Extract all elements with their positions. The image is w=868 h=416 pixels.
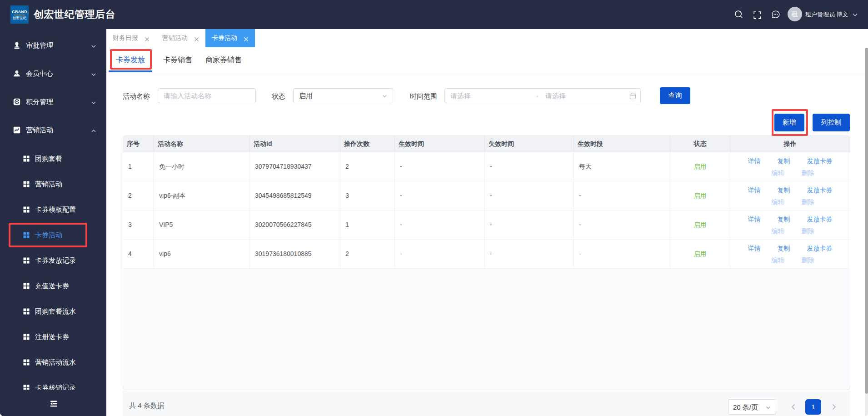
row-actions-line2: 编辑删除 — [736, 167, 850, 179]
column-header-3: 活动id — [250, 136, 340, 152]
action-link[interactable]: 复制 — [778, 213, 790, 225]
sidebar-item-2[interactable]: 会员中心 — [0, 60, 106, 88]
total-count: 共 4 条数据 — [129, 401, 164, 409]
row-actions: 详情复制发放卡券编辑删除 — [730, 211, 850, 240]
action-link[interactable]: 发放卡券 — [807, 213, 833, 225]
page-number-button[interactable]: 1 — [805, 399, 821, 415]
sidebar-subitem-4[interactable]: 卡券活动 — [0, 222, 106, 248]
action-link[interactable]: 详情 — [748, 184, 761, 196]
cell-序号: 4 — [123, 240, 154, 269]
activity-name-input[interactable] — [158, 88, 256, 103]
close-icon[interactable] — [145, 36, 150, 41]
user-name[interactable]: 租户管理员 博文 — [805, 11, 848, 18]
column-header-7: 生效时段 — [574, 136, 670, 152]
cell-生效时段: 每天 — [574, 152, 670, 181]
action-link[interactable]: 详情 — [748, 155, 761, 167]
page-size-select[interactable]: 20 条/页 — [728, 399, 776, 415]
action-link[interactable]: 编辑 — [772, 196, 784, 208]
sidebar-subitem-label: 营销活动流水 — [35, 358, 76, 367]
sidebar-item-4[interactable]: 营销活动 — [0, 116, 106, 144]
action-link[interactable]: 发放卡券 — [807, 155, 833, 167]
cell-活动名称: VIP5 — [154, 211, 250, 240]
sidebar-subitem-1[interactable]: 团购套餐 — [0, 146, 106, 171]
action-link[interactable]: 删除 — [802, 225, 814, 237]
message-icon[interactable] — [772, 10, 780, 19]
sidebar-subitem-5[interactable]: 卡券发放记录 — [0, 248, 106, 273]
sidebar-subitem-6[interactable]: 充值送卡券 — [0, 273, 106, 299]
chevron-down-icon — [765, 405, 771, 411]
action-link[interactable]: 复制 — [778, 155, 790, 167]
next-page-button[interactable] — [830, 399, 838, 415]
status-badge: 启用 — [670, 211, 730, 240]
status-select-value: 启用 — [299, 92, 313, 100]
action-link[interactable]: 编辑 — [772, 167, 784, 179]
action-link[interactable]: 删除 — [802, 167, 814, 179]
chevron-down-icon[interactable] — [852, 13, 858, 17]
action-link[interactable]: 删除 — [802, 254, 814, 266]
data-table: 序号活动名称活动id操作次数生效时间失效时间生效时段状态操作 1免一小时3079… — [123, 135, 850, 390]
cell-序号: 1 — [123, 152, 154, 181]
tab-label: 财务日报 — [113, 34, 138, 42]
grid-icon — [23, 257, 30, 264]
subtabs-bar: 卡券发放卡券销售商家券销售 — [106, 47, 868, 73]
table-footer: 共 4 条数据 20 条/页 1 — [123, 391, 850, 416]
date-range-picker[interactable]: 请选择 - 请选择 — [444, 88, 641, 103]
status-select[interactable]: 启用 — [293, 88, 393, 103]
sidebar-item-label: 营销活动 — [26, 126, 53, 135]
column-control-button[interactable]: 列控制 — [813, 114, 850, 131]
sidebar-subitem-8[interactable]: 注册送卡券 — [0, 324, 106, 350]
column-header-2: 活动名称 — [154, 136, 250, 152]
sidebar-subitem-label: 注册送卡券 — [35, 333, 69, 341]
sidebar-item-1[interactable]: 审批管理 — [0, 31, 106, 60]
action-link[interactable]: 详情 — [748, 213, 761, 225]
tab-1[interactable]: 财务日报 — [106, 29, 156, 47]
sidebar-subitem-3[interactable]: 卡券模板配置 — [0, 197, 106, 222]
action-link[interactable]: 复制 — [778, 242, 790, 254]
sidebar-item-3[interactable]: 积分管理 — [0, 88, 106, 116]
action-link[interactable]: 发放卡券 — [807, 242, 833, 254]
cell-活动名称: vip6-副本 — [154, 181, 250, 211]
tab-3[interactable]: 卡券活动 — [205, 29, 255, 47]
action-link[interactable]: 删除 — [802, 196, 814, 208]
sidebar-subitem-label: 卡券发放记录 — [35, 256, 76, 265]
cell-失效时间: - — [485, 152, 574, 181]
chevron-down-icon — [91, 71, 96, 76]
search-icon[interactable] — [734, 10, 743, 19]
tab-label: 卡券活动 — [212, 34, 237, 42]
sidebar-subitem-7[interactable]: 团购套餐流水 — [0, 299, 106, 324]
action-link[interactable]: 编辑 — [772, 225, 784, 237]
table-row: 4vip630197361800108852---启用详情复制发放卡券编辑删除 — [123, 240, 850, 269]
action-link[interactable]: 发放卡券 — [807, 184, 833, 196]
table-body: 1免一小时30797047189304372--每天启用详情复制发放卡券编辑删除… — [123, 152, 850, 269]
fullscreen-icon[interactable] — [753, 11, 761, 19]
cell-生效时间: - — [395, 240, 485, 269]
action-link[interactable]: 详情 — [748, 242, 761, 254]
avatar[interactable]: 租 — [788, 7, 802, 21]
sidebar-subitem-2[interactable]: 营销活动 — [0, 171, 106, 197]
subtab-3[interactable]: 商家券销售 — [200, 47, 247, 73]
search-button[interactable]: 查询 — [660, 87, 690, 104]
row-actions: 详情复制发放卡券编辑删除 — [730, 240, 850, 269]
points-icon — [13, 98, 20, 105]
sidebar-subitem-label: 充值送卡券 — [35, 282, 69, 291]
scrollbar-thumb[interactable] — [865, 48, 868, 394]
prev-page-button[interactable] — [789, 399, 797, 415]
add-button[interactable]: 新增 — [774, 114, 804, 131]
subtab-2[interactable]: 卡券销售 — [156, 47, 200, 73]
sidebar-subitem-9[interactable]: 营销活动流水 — [0, 350, 106, 375]
column-header-4: 操作次数 — [340, 136, 395, 152]
sidebar-item-label: 积分管理 — [26, 98, 53, 106]
close-icon[interactable] — [194, 36, 199, 41]
action-link[interactable]: 复制 — [778, 184, 790, 196]
tab-2[interactable]: 营销活动 — [156, 29, 205, 47]
subtab-1[interactable]: 卡券发放 — [109, 47, 152, 73]
close-icon[interactable] — [244, 36, 249, 41]
sidebar-item-label: 会员中心 — [26, 70, 53, 78]
column-header-1: 序号 — [123, 136, 154, 152]
status-badge: 启用 — [670, 181, 730, 211]
cell-活动名称: vip6 — [154, 240, 250, 269]
menu-fold-icon[interactable] — [50, 401, 57, 407]
action-link[interactable]: 编辑 — [772, 254, 784, 266]
cell-失效时间: - — [485, 211, 574, 240]
page-title: 创宏世纪管理后台 — [34, 9, 115, 20]
